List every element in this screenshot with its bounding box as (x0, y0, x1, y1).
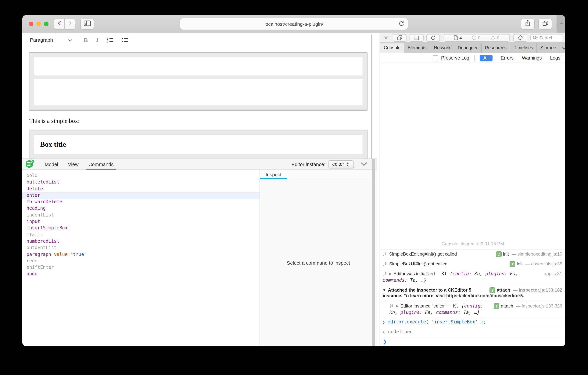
filter-divider (474, 55, 474, 61)
minimize-window-button[interactable] (36, 22, 41, 26)
command-item-insertSimpleBox[interactable]: insertSimpleBox (22, 225, 260, 232)
editor-content-area[interactable]: This is a simple box: Box title (25, 46, 372, 159)
resource-count: 4 (459, 35, 462, 40)
command-item-undo[interactable]: undo (22, 271, 260, 277)
box-title-text: Box title (34, 140, 66, 149)
inspector-tab-commands[interactable]: Commands (86, 159, 116, 169)
sidebar-toggle-button[interactable] (80, 18, 94, 29)
share-icon (525, 20, 531, 28)
devtools-reload-button[interactable] (426, 34, 440, 42)
console-entry-source[interactable]: fattach — inspector.js:133:182 (490, 287, 562, 293)
undock-button[interactable] (393, 34, 407, 42)
element-picker-button[interactable] (513, 34, 527, 42)
console-filter-errors[interactable]: Errors (501, 55, 514, 61)
address-bar[interactable]: localhost/creating-a-plugin/ (180, 18, 408, 30)
bulleted-list-button[interactable] (121, 37, 128, 43)
disclosure-collapsed-icon[interactable]: ▶ (396, 304, 399, 308)
reload-icon[interactable] (398, 21, 404, 28)
console-link[interactable]: https://ckeditor.com/docs/ckeditor5 (446, 293, 523, 298)
devtools-search-field[interactable]: Search (530, 34, 563, 41)
command-item-delete[interactable]: delete (22, 186, 260, 192)
command-item-italic[interactable]: italic (22, 232, 260, 238)
commands-list: boldbulletedListdeleteenterforwardDelete… (22, 170, 260, 346)
forward-button[interactable] (65, 18, 75, 29)
back-button[interactable] (54, 18, 65, 29)
console-entry[interactable]: app.js:31▶Editor was initialized – Kl {c… (380, 269, 565, 285)
share-button[interactable] (521, 18, 535, 29)
devtools-tab-elements[interactable]: Elements (404, 43, 430, 53)
simple-box-description-field[interactable] (34, 79, 363, 105)
disclosure-collapsed-icon[interactable]: ▶ (389, 272, 392, 276)
editor-instance-select[interactable]: editor (328, 160, 354, 168)
close-window-button[interactable] (29, 22, 33, 26)
tab-inspect[interactable]: Inspect (260, 170, 287, 179)
command-item-paragraph[interactable]: paragraph value="true" (22, 251, 260, 258)
console-entry[interactable]: ❯editor.execute( 'insertSimpleBox' ); (380, 317, 565, 327)
command-item-indentList[interactable]: indentList (22, 212, 260, 219)
console-entry-source[interactable]: fattach — inspector.js:133:326 (494, 303, 562, 309)
inspector-tab-model[interactable]: Model (42, 159, 61, 169)
command-item-enter[interactable]: enter (22, 192, 260, 199)
console-filter-warnings[interactable]: Warnings (522, 55, 542, 61)
console-entry[interactable]: ❮·undefined (380, 327, 565, 337)
preserve-log-label: Preserve Log (441, 55, 469, 61)
command-item-numberedList[interactable]: numberedList (22, 238, 260, 245)
devtools-tab-storage[interactable]: Storage (537, 43, 560, 53)
title-bar: localhost/creating-a-plugin/ (22, 15, 565, 33)
simple-box-widget-titled[interactable]: Box title (29, 130, 368, 159)
page-scrollbar[interactable] (372, 159, 375, 346)
devtools-toolbar: ✕ (380, 33, 565, 43)
traffic-lights (29, 22, 49, 26)
resource-stats-button[interactable]: 4 0 (444, 34, 509, 42)
devtools-tab-timelines[interactable]: Timelines (510, 43, 537, 53)
simple-box-title-field[interactable]: Box title (34, 135, 363, 154)
resource-count-stat: 4 (454, 35, 462, 40)
devtools-close-button[interactable]: ✕ (383, 35, 389, 41)
italic-button[interactable]: I (96, 37, 98, 43)
console-entry[interactable]: finit — essentials.js:35SimpleBoxUI#init… (380, 259, 565, 269)
console-entry-source[interactable]: app.js:31 (544, 271, 562, 277)
devtools-tab-debugger[interactable]: Debugger (454, 43, 481, 53)
more-tabs-button[interactable]: » (560, 43, 565, 53)
devtools-tab-network[interactable]: Network (430, 43, 454, 53)
simple-box-title-field[interactable] (34, 57, 363, 76)
command-item-heading[interactable]: heading (22, 205, 260, 212)
new-tab-button[interactable]: + (556, 15, 565, 33)
command-item-redo[interactable]: redo (22, 258, 260, 265)
devtools-tab-resources[interactable]: Resources (482, 43, 511, 53)
console-filter-logs[interactable]: Logs (550, 55, 560, 61)
preserve-log-checkbox[interactable] (433, 55, 439, 61)
console-entry-source[interactable]: finit — essentials.js:35 (510, 261, 562, 267)
editor-toolbar: Paragraph B I 1 2 (25, 34, 372, 46)
inspector-collapse-button[interactable] (361, 162, 367, 166)
dock-to-bottom-button[interactable] (410, 34, 424, 42)
simple-box-widget-empty[interactable] (29, 52, 368, 111)
console-prompt[interactable]: ❯ (380, 337, 565, 346)
zoom-window-button[interactable] (44, 22, 49, 26)
command-item-outdentList[interactable]: outdentList (22, 245, 260, 251)
bold-button[interactable]: B (84, 37, 88, 43)
console-filter-all[interactable]: All (479, 55, 492, 61)
paragraph-text[interactable]: This is a simple box: (29, 118, 80, 124)
devtools-resize-divider[interactable] (377, 33, 380, 346)
disclosure-expanded-icon[interactable]: ▼ (383, 288, 386, 292)
command-item-shiftEnter[interactable]: shiftEnter (22, 264, 260, 271)
command-item-forwardDelete[interactable]: forwardDelete (22, 199, 260, 205)
console-entry[interactable]: fattach — inspector.js:133:182▼Attached … (380, 285, 565, 301)
command-item-bulletedList[interactable]: bulletedList (22, 179, 260, 186)
console-entry-source[interactable]: finit — simpleboxediting.js:19 (496, 251, 562, 257)
command-item-input[interactable]: input (22, 218, 260, 225)
document-icon (454, 35, 458, 40)
ckeditor-inspector-header: 5 ModelViewCommands Editor instance: edi… (22, 159, 377, 170)
devtools-tab-console[interactable]: Console (380, 43, 404, 53)
reload-icon (430, 35, 436, 40)
console-entry[interactable]: fattach — inspector.js:133:326▶Editor in… (380, 301, 565, 317)
command-item-bold[interactable]: bold (22, 173, 260, 179)
numbered-list-button[interactable]: 1 2 (107, 37, 113, 43)
svg-text:2: 2 (107, 40, 108, 43)
inspector-tab-view[interactable]: View (65, 159, 81, 169)
console-entry[interactable]: finit — simpleboxediting.js:19SimpleBoxE… (380, 249, 565, 259)
tab-overview-button[interactable] (538, 18, 552, 29)
paragraph-style-dropdown[interactable]: Paragraph (30, 37, 72, 43)
crosshair-icon (517, 35, 523, 41)
